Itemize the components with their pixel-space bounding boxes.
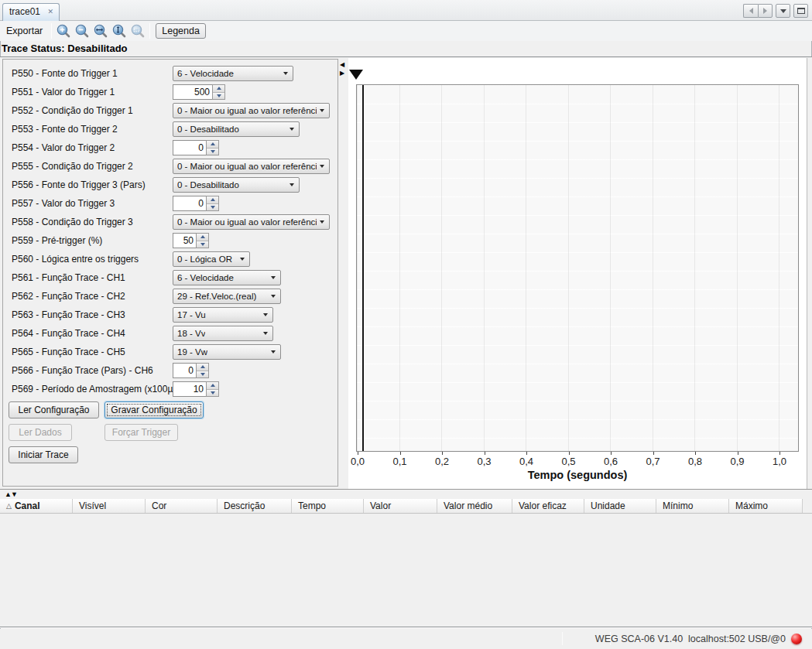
column-label: Valor eficaz [519, 500, 567, 511]
connection-led-icon [791, 634, 802, 644]
chevron-down-icon [780, 9, 786, 13]
zoom-vertical-icon [111, 23, 127, 39]
column-header-8[interactable]: Unidade [584, 499, 656, 513]
zoom-out-button[interactable] [73, 22, 91, 40]
close-icon[interactable]: ✕ [46, 8, 54, 15]
x-tick-mark [653, 452, 654, 455]
plot-area[interactable] [356, 84, 799, 452]
x-tick-mark [738, 452, 738, 455]
trace-status-label: Trace Status: Desabilitado [2, 43, 128, 54]
action-buttons: Ler Configuração Gravar Configuração Ler… [3, 60, 337, 486]
toolbar-separator [51, 23, 52, 39]
main-area: P550 - Fonte do Trigger 16 - VelocidadeP… [0, 56, 812, 489]
column-header-5[interactable]: Valor [364, 499, 437, 513]
column-header-9[interactable]: Mínimo [656, 499, 729, 513]
trigger-line [362, 85, 364, 451]
zoom-horizontal-icon [93, 23, 108, 39]
column-label: Tempo [298, 500, 326, 511]
exportar-menu[interactable]: Exportar [0, 21, 49, 41]
chevron-left-icon [749, 8, 753, 14]
chevron-left-icon: ◀ [340, 60, 344, 69]
legenda-button[interactable]: Legenda [156, 23, 206, 39]
connection-status-text: WEG SCA-06 V1.40 localhost:502 USB/@0 [595, 634, 786, 644]
zoom-region-button[interactable] [128, 22, 147, 40]
column-header-10[interactable]: Máximo [729, 499, 803, 513]
column-label: Canal [15, 500, 40, 511]
column-header-0[interactable]: △Canal [0, 499, 73, 513]
trace-chart: 0,00,10,20,30,40,50,60,70,80,91,0 Tempo … [348, 58, 807, 489]
column-header-6[interactable]: Valor médio [437, 499, 512, 513]
column-header-1[interactable]: Visível [73, 499, 146, 513]
toolbar: Exportar [0, 21, 812, 41]
status-bar: WEG SCA-06 V1.40 localhost:502 USB/@0 [0, 629, 812, 649]
column-label: Mínimo [663, 500, 693, 511]
zoom-horizontal-button[interactable] [91, 22, 110, 40]
column-header-4[interactable]: Tempo [292, 499, 364, 513]
tab-bar: trace01 ✕ [0, 0, 812, 21]
forcar-trigger-button[interactable]: Forçar Trigger [104, 424, 178, 441]
x-tick-label: 0,6 [595, 456, 626, 467]
x-tick-label: 0,0 [342, 456, 373, 467]
column-label: Descrição [224, 500, 265, 511]
column-header-3[interactable]: Descrição [218, 499, 292, 513]
x-tick-mark [779, 452, 780, 455]
zoom-out-icon [74, 23, 90, 39]
zoom-region-icon [130, 23, 146, 39]
column-label: Máximo [735, 500, 768, 511]
column-label: Valor [370, 500, 391, 511]
chevron-right-icon: ▶ [340, 69, 344, 77]
x-tick-label: 0,3 [469, 456, 500, 467]
x-tick-mark [400, 452, 401, 455]
chevron-right-icon [763, 8, 767, 14]
column-header-7[interactable]: Valor eficaz [512, 499, 584, 513]
x-tick-label: 0,1 [385, 456, 416, 467]
x-tick-label: 0,5 [553, 456, 584, 467]
channel-table-body [0, 514, 812, 627]
column-header-2[interactable]: Cor [146, 499, 218, 513]
panel-collapse-handle[interactable]: ◀ ▶ [340, 60, 344, 77]
zoom-vertical-button[interactable] [110, 22, 128, 40]
ler-configuracao-button[interactable]: Ler Configuração [9, 401, 99, 418]
statusbar-separator [562, 632, 563, 645]
scroll-right-button[interactable] [758, 4, 773, 18]
x-tick-mark [358, 452, 358, 455]
table-splitter[interactable]: ▲▼ [0, 489, 812, 499]
maximize-button[interactable] [793, 4, 808, 18]
x-tick-label: 1,0 [764, 456, 795, 467]
toolbar-separator [149, 23, 150, 39]
x-tick-mark [442, 452, 443, 455]
tab-trace01[interactable]: trace01 ✕ [2, 3, 60, 21]
tab-label: trace01 [9, 6, 46, 17]
tab-nav-buttons [743, 4, 808, 18]
trigger-config-panel: P550 - Fonte do Trigger 16 - VelocidadeP… [2, 59, 338, 487]
x-tick-label: 0,2 [427, 456, 457, 467]
x-tick-mark [695, 452, 696, 455]
maximize-icon [797, 8, 805, 14]
x-tick-label: 0,7 [638, 456, 669, 467]
trigger-position-icon[interactable] [349, 70, 363, 80]
tab-list-button[interactable] [776, 4, 790, 18]
column-label: Valor médio [444, 500, 492, 511]
x-tick-label: 0,8 [680, 456, 711, 467]
x-tick-label: 0,9 [722, 456, 753, 467]
x-tick-mark [485, 452, 485, 455]
x-tick-mark [611, 452, 612, 455]
scroll-left-button[interactable] [743, 4, 758, 18]
x-tick-mark [569, 452, 570, 455]
gravar-configuracao-button[interactable]: Gravar Configuração [104, 401, 204, 418]
ler-dados-button[interactable]: Ler Dados [9, 424, 72, 441]
sort-ascending-icon: △ [6, 502, 12, 510]
column-label: Visível [79, 500, 106, 511]
iniciar-trace-button[interactable]: Iniciar Trace [9, 446, 78, 463]
table-collapse-handle[interactable]: ▲▼ [5, 490, 17, 499]
app-window: trace01 ✕ Exportar [0, 0, 812, 649]
divider [0, 627, 812, 628]
zoom-in-icon [56, 23, 71, 39]
x-axis-title: Tempo (segundos) [356, 469, 799, 481]
column-label: Unidade [591, 500, 625, 511]
column-label: Cor [152, 500, 166, 511]
x-tick-mark [526, 452, 527, 455]
panel-splitter[interactable]: ◀ ▶ [339, 57, 348, 489]
zoom-in-button[interactable] [54, 22, 73, 40]
channel-table-header: △CanalVisívelCorDescriçãoTempoValorValor… [0, 499, 812, 514]
